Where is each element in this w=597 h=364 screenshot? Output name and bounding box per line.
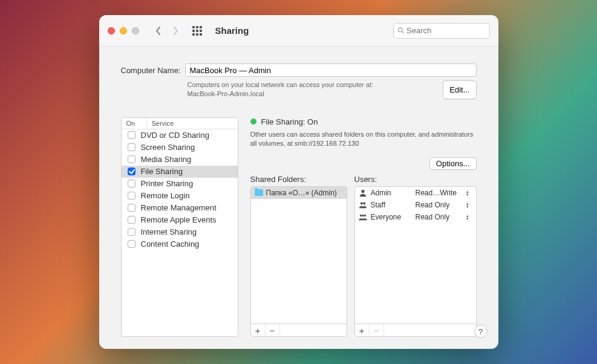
help-button[interactable]: ?	[474, 325, 488, 338]
services-list[interactable]: DVD or CD SharingScreen SharingMedia Sha…	[122, 129, 238, 336]
user-icon	[359, 213, 367, 221]
svg-point-5	[359, 214, 362, 216]
service-checkbox[interactable]	[128, 216, 135, 224]
folder-remove-button[interactable]: −	[266, 324, 280, 336]
user-name: Staff	[371, 201, 412, 209]
permission-stepper-icon[interactable]: ▴▾	[466, 202, 472, 208]
svg-point-7	[364, 214, 366, 216]
service-item[interactable]: Printer Sharing	[122, 178, 238, 190]
forward-button[interactable]	[169, 25, 181, 37]
services-header-on: On	[122, 118, 147, 129]
service-checkbox[interactable]	[128, 204, 135, 212]
content-area: Computer Name: Computers on your local n…	[99, 47, 498, 349]
user-name: Everyone	[371, 213, 412, 221]
service-checkbox[interactable]	[128, 228, 135, 236]
user-permission[interactable]: Read Only	[416, 201, 463, 209]
service-label: Screen Sharing	[141, 143, 195, 152]
user-icon	[359, 189, 367, 197]
services-header: On Service	[122, 118, 238, 129]
service-checkbox[interactable]	[128, 192, 135, 200]
computer-name-label: Computer Name:	[121, 66, 181, 75]
service-label: DVD or CD Sharing	[141, 131, 209, 140]
service-item[interactable]: File Sharing	[122, 166, 238, 178]
user-name: Admin	[371, 189, 412, 197]
service-checkbox[interactable]	[128, 155, 135, 163]
user-remove-button: −	[370, 324, 384, 336]
service-item[interactable]: Internet Sharing	[122, 226, 238, 238]
folder-name: Папка «О…» (Admin)	[266, 189, 337, 197]
user-permission[interactable]: Read Only	[416, 213, 463, 221]
status-dot-icon	[250, 119, 256, 125]
zoom-window-button[interactable]	[132, 27, 139, 34]
folder-icon	[255, 189, 263, 196]
service-checkbox[interactable]	[128, 180, 135, 187]
svg-point-3	[360, 202, 362, 204]
service-checkbox[interactable]	[128, 131, 135, 139]
users-label: Users:	[354, 175, 477, 184]
services-header-service: Service	[147, 118, 179, 129]
service-checkbox[interactable]	[128, 240, 135, 248]
preferences-window: Sharing Computer Name: Computers on your…	[99, 15, 498, 349]
service-item[interactable]: DVD or CD Sharing	[122, 129, 238, 141]
service-label: Remote Apple Events	[141, 215, 217, 224]
shared-folders-label: Shared Folders:	[250, 175, 347, 184]
minimize-window-button[interactable]	[120, 27, 127, 34]
service-checkbox[interactable]	[128, 143, 135, 151]
close-window-button[interactable]	[108, 27, 115, 34]
status-description: Other users can access shared folders on…	[250, 130, 477, 149]
service-item[interactable]: Remote Management	[122, 202, 238, 214]
user-item[interactable]: EveryoneRead Only▴▾	[355, 211, 476, 223]
back-button[interactable]	[152, 25, 165, 37]
service-label: File Sharing	[141, 167, 183, 176]
user-item[interactable]: AdminRead…Write▴▾	[355, 187, 476, 199]
permission-stepper-icon[interactable]: ▴▾	[466, 214, 472, 220]
svg-point-4	[363, 202, 365, 204]
services-panel: On Service DVD or CD SharingScreen Shari…	[121, 117, 238, 337]
service-label: Internet Sharing	[141, 227, 197, 236]
service-checkbox[interactable]	[128, 167, 135, 175]
users-list[interactable]: AdminRead…Write▴▾StaffRead Only▴▾Everyon…	[354, 186, 477, 323]
user-permission[interactable]: Read…Write	[416, 189, 463, 197]
service-label: Remote Management	[141, 203, 217, 212]
options-button[interactable]: Options...	[429, 157, 477, 170]
svg-point-6	[362, 214, 364, 216]
computer-name-input[interactable]	[185, 63, 476, 77]
user-add-button[interactable]: +	[355, 324, 370, 336]
service-label: Remote Login	[141, 191, 190, 200]
show-all-icon[interactable]	[191, 25, 203, 37]
user-icon	[359, 201, 367, 209]
computer-name-hint: Computers on your local network can acce…	[188, 80, 443, 99]
traffic-lights	[108, 27, 139, 34]
service-item[interactable]: Remote Apple Events	[122, 214, 238, 226]
shared-folder-item[interactable]: Папка «О…» (Admin)	[251, 187, 347, 199]
service-item[interactable]: Screen Sharing	[122, 141, 238, 154]
svg-line-1	[402, 31, 403, 33]
window-title: Sharing	[215, 25, 249, 36]
edit-button[interactable]: Edit...	[443, 80, 476, 99]
folders-add-remove: + −	[250, 323, 347, 337]
folder-add-button[interactable]: +	[251, 324, 266, 336]
permission-stepper-icon[interactable]: ▴▾	[466, 190, 472, 196]
service-item[interactable]: Remote Login	[122, 190, 238, 202]
search-field[interactable]	[393, 23, 490, 39]
shared-folders-list[interactable]: Папка «О…» (Admin)	[250, 186, 347, 323]
search-icon	[397, 27, 405, 34]
service-item[interactable]: Media Sharing	[122, 154, 238, 166]
detail-panel: File Sharing: On Other users can access …	[250, 117, 477, 337]
users-add-remove: + −	[354, 323, 477, 337]
service-label: Printer Sharing	[141, 179, 194, 188]
svg-point-2	[361, 189, 364, 192]
titlebar: Sharing	[99, 15, 498, 47]
search-input[interactable]	[406, 26, 485, 35]
service-label: Content Caching	[141, 239, 200, 249]
service-label: Media Sharing	[141, 155, 192, 164]
service-item[interactable]: Content Caching	[122, 238, 238, 250]
status-title: File Sharing: On	[261, 117, 318, 126]
user-item[interactable]: StaffRead Only▴▾	[355, 199, 476, 211]
